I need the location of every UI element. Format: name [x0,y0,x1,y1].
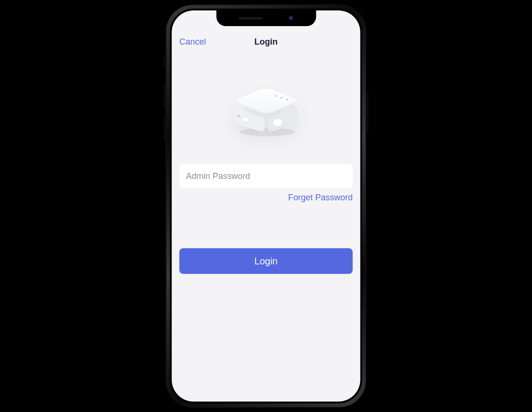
nav-bar: Cancel Login [172,31,361,52]
svg-point-5 [242,117,248,122]
svg-point-4 [273,119,282,126]
power-button [367,93,369,132]
silence-switch [164,56,166,69]
front-camera-icon [289,16,294,20]
volume-up-button [164,83,166,109]
phone-bezel: Cancel Login [170,9,362,403]
admin-password-input[interactable] [180,164,353,188]
device-hero [172,75,361,141]
page-title: Login [255,37,278,47]
login-button[interactable]: Login [180,248,353,274]
phone-screen: Cancel Login [172,10,361,402]
router-device-icon [223,75,309,141]
stage: Cancel Login [0,0,532,412]
primary-action-area: Login [172,248,361,274]
cancel-button[interactable]: Cancel [180,37,206,47]
svg-point-1 [275,95,276,97]
speaker-grille [239,17,263,19]
svg-point-0 [239,128,294,136]
volume-down-button [164,115,166,141]
svg-point-6 [237,115,240,117]
login-screen: Cancel Login [172,10,361,402]
forgot-password-link[interactable]: Forget Password [180,193,353,203]
phone-frame: Cancel Login [166,4,367,408]
login-form: Forget Password [172,164,361,203]
phone-notch [216,10,316,26]
svg-point-3 [286,99,288,101]
svg-point-2 [280,97,282,99]
